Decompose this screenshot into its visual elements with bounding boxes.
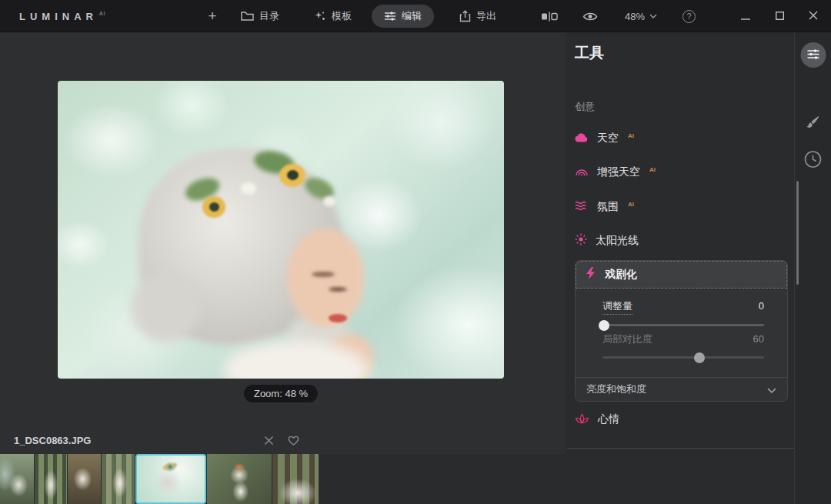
photo-figure bbox=[329, 287, 347, 292]
maximize-icon bbox=[776, 11, 784, 22]
slider-amount-track[interactable] bbox=[602, 324, 764, 326]
tab-catalog[interactable]: 目录 bbox=[241, 0, 279, 32]
share-up-icon bbox=[459, 10, 471, 22]
history-rail-button[interactable] bbox=[800, 148, 826, 173]
photo-flower-crown bbox=[287, 170, 299, 180]
adjustments-rail-button[interactable] bbox=[800, 42, 826, 68]
tool-label: 天空 bbox=[597, 132, 619, 145]
waves-icon bbox=[575, 200, 589, 214]
right-rail bbox=[794, 32, 831, 504]
cloud-icon bbox=[575, 132, 589, 145]
photo-figure bbox=[287, 229, 364, 327]
filmstrip bbox=[0, 454, 566, 504]
tab-export[interactable]: 导出 bbox=[459, 0, 496, 32]
tool-item-atmosphere[interactable]: 氛围AI bbox=[575, 198, 634, 216]
lightning-icon bbox=[586, 267, 596, 282]
tool-item-mood[interactable]: 心情 bbox=[575, 410, 619, 429]
slider-local-contrast-label: 局部对比度 bbox=[602, 332, 652, 347]
add-photos-button[interactable]: + bbox=[205, 0, 220, 32]
chevron-down-icon bbox=[767, 384, 776, 396]
app-logo: LUMINARAI bbox=[19, 0, 106, 32]
filmstrip-thumbnail[interactable] bbox=[207, 454, 272, 504]
ai-badge: AI bbox=[628, 201, 634, 208]
photo-figure bbox=[329, 314, 347, 322]
slider-amount-label: 调整量 bbox=[602, 299, 632, 315]
logo-sup: AI bbox=[99, 11, 106, 16]
sidebar-scrollbar[interactable] bbox=[796, 181, 799, 285]
tool-label: 太阳光线 bbox=[596, 234, 639, 248]
ai-badge: AI bbox=[649, 166, 656, 173]
filmstrip-thumbnail[interactable] bbox=[68, 454, 101, 504]
filmstrip-thumbnail[interactable] bbox=[35, 454, 67, 504]
ai-badge: AI bbox=[628, 132, 634, 139]
slider-local-contrast: 局部对比度 60 bbox=[602, 332, 764, 359]
heart-outline-icon bbox=[288, 436, 299, 448]
rainbow-icon bbox=[575, 165, 589, 179]
sliders-icon bbox=[384, 11, 396, 22]
quick-preview-button[interactable] bbox=[582, 0, 598, 32]
brightness-saturation-section[interactable]: 亮度和饱和度 bbox=[576, 377, 787, 401]
photo-figure bbox=[131, 273, 200, 342]
slider-amount-value: 0 bbox=[759, 300, 764, 312]
filename-row: 1_DSC0863.JPG bbox=[0, 429, 566, 454]
sidebar-divider bbox=[567, 448, 796, 449]
logo-text: LUMINAR bbox=[19, 11, 98, 22]
photo-flower-crown bbox=[323, 196, 335, 206]
slider-local-contrast-track[interactable] bbox=[602, 356, 764, 359]
photo-flower-crown bbox=[241, 182, 256, 195]
slider-amount: 调整量 0 bbox=[602, 299, 764, 326]
tool-item-augmented-sky[interactable]: 增强天空AI bbox=[575, 163, 656, 182]
tool-label: 增强天空 bbox=[597, 165, 640, 179]
edit-mask-rail-button[interactable] bbox=[800, 111, 826, 136]
sparkle-icon bbox=[314, 10, 326, 22]
photo-canvas[interactable] bbox=[58, 81, 504, 379]
zoom-indicator: Zoom: 48 % bbox=[244, 385, 318, 402]
brush-icon bbox=[806, 115, 821, 132]
slider-local-contrast-value: 60 bbox=[753, 333, 764, 345]
photo-figure bbox=[312, 272, 335, 277]
question-circle-icon: ? bbox=[682, 10, 696, 23]
tab-export-label: 导出 bbox=[476, 9, 496, 23]
zoom-level-value: 48% bbox=[625, 11, 645, 22]
close-x-icon bbox=[264, 436, 274, 448]
editor-canvas: Zoom: 48 % 1_DSC0863.JPG bbox=[0, 32, 566, 504]
zoom-indicator-label: Zoom: 48 % bbox=[254, 388, 308, 399]
minimize-icon bbox=[741, 11, 750, 22]
help-button[interactable]: ? bbox=[682, 0, 696, 32]
slider-handle-0[interactable] bbox=[599, 320, 609, 331]
current-filename: 1_DSC0863.JPG bbox=[14, 435, 91, 446]
compare-before-after-button[interactable] bbox=[541, 0, 558, 32]
minimize-button[interactable] bbox=[735, 0, 756, 32]
zoom-level-dropdown[interactable]: 48% bbox=[625, 0, 657, 32]
favorite-photo-button[interactable] bbox=[284, 432, 302, 451]
photo-flower-crown bbox=[209, 202, 219, 212]
filmstrip-thumbnail[interactable] bbox=[102, 454, 135, 504]
slider-handle-1[interactable] bbox=[694, 352, 705, 363]
eye-icon bbox=[582, 12, 598, 22]
reject-photo-button[interactable] bbox=[259, 432, 278, 451]
tab-templates[interactable]: 模板 bbox=[314, 0, 352, 32]
folder-icon bbox=[241, 11, 254, 22]
section-label-creative: 创意 bbox=[575, 100, 595, 114]
lotus-icon bbox=[575, 412, 589, 427]
filmstrip-thumbnail[interactable] bbox=[0, 454, 34, 504]
before-after-icon bbox=[541, 12, 558, 22]
sun-icon bbox=[575, 233, 587, 249]
luminar-window: LUMINARAI + 目录 模板 编辑 导出 bbox=[0, 0, 831, 504]
tool-item-sunrays[interactable]: 太阳光线 bbox=[575, 232, 639, 250]
filmstrip-thumbnail-selected[interactable] bbox=[135, 454, 206, 504]
brightness-saturation-label: 亮度和饱和度 bbox=[586, 382, 646, 396]
filmstrip-thumbnail[interactable] bbox=[272, 454, 319, 504]
close-button[interactable] bbox=[803, 0, 824, 32]
tab-templates-label: 模板 bbox=[332, 9, 352, 23]
maximize-button[interactable] bbox=[769, 0, 790, 32]
tool-item-sky[interactable]: 天空AI bbox=[575, 129, 634, 148]
dramatic-panel: 戏剧化 调整量 0 局部对比度 60 bbox=[575, 260, 788, 402]
dramatic-panel-header[interactable]: 戏剧化 bbox=[576, 261, 787, 289]
tools-sidebar: 工具 创意 天空AI 增强天空AI 氛围AI 太阳光线 bbox=[566, 32, 794, 504]
tool-label: 心情 bbox=[598, 412, 619, 426]
adjustments-icon bbox=[806, 48, 819, 62]
close-icon bbox=[809, 11, 818, 22]
tab-edit[interactable]: 编辑 bbox=[372, 5, 434, 28]
tab-edit-label: 编辑 bbox=[402, 9, 422, 23]
